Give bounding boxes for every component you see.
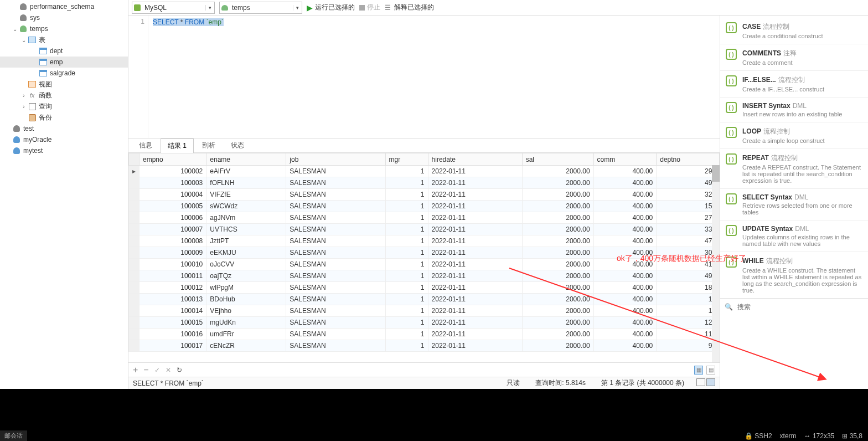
tree-item-视图[interactable]: 视图 [0,79,128,90]
cell[interactable]: 1 [385,282,428,294]
cell[interactable]: 2022-01-11 [428,201,522,212]
add-row-button[interactable]: + [133,365,138,375]
tab-info[interactable]: 信息 [132,138,159,152]
cell[interactable]: SALESMAN [286,177,385,189]
cell[interactable]: 2000.00 [522,259,593,270]
cell[interactable]: 100008 [140,235,206,247]
cell[interactable]: SALESMAN [286,224,385,235]
tree-item-salgrade[interactable]: salgrade [0,68,128,79]
cell[interactable]: 2000.00 [522,282,593,294]
cell[interactable]: 2022-01-11 [428,317,522,329]
cell[interactable]: 2000.00 [522,317,593,329]
cell[interactable]: 296 [657,166,720,177]
table-row[interactable]: 100014VEjhhoSALESMAN12022-01-112000.0040… [129,305,720,317]
cell[interactable]: 100002 [140,166,206,177]
cell[interactable]: 2022-01-11 [428,329,522,340]
cell[interactable]: SALESMAN [286,189,385,201]
cell[interactable]: 338 [657,224,720,235]
table-row[interactable]: 100016umdFRrSALESMAN12022-01-112000.0040… [129,329,720,340]
cell[interactable]: 19 [657,305,720,317]
cell[interactable]: fOFLNH [206,177,286,189]
cell[interactable]: SALESMAN [286,259,385,270]
cell[interactable]: 2000.00 [522,224,593,235]
col-job[interactable]: job [286,153,385,166]
snippet-UPDATE-Syntax[interactable]: ( )UPDATE SyntaxDMLUpdates columns of ex… [720,221,868,252]
cell[interactable]: 12 [657,294,720,305]
cell[interactable]: 2022-01-11 [428,340,522,352]
cell[interactable]: 100015 [140,317,206,329]
cell[interactable]: 100010 [140,259,206,270]
cell[interactable]: 2022-01-11 [428,224,522,235]
cell[interactable]: 1 [385,270,428,282]
cell[interactable]: cENcZR [206,340,286,352]
snippet-search-input[interactable] [735,302,864,312]
cell[interactable]: SALESMAN [286,201,385,212]
cell[interactable]: 100014 [140,305,206,317]
cell[interactable]: 400.00 [593,189,657,201]
table-row[interactable]: 100008JzttPTSALESMAN12022-01-112000.0040… [129,235,720,247]
tree-item-test[interactable]: test [0,123,128,134]
cell[interactable]: eEKMJU [206,247,286,259]
cell[interactable]: 100004 [140,189,206,201]
cell[interactable]: agJNVm [206,212,286,224]
cell[interactable]: 1 [385,224,428,235]
cell[interactable]: 1 [385,340,428,352]
col-ename[interactable]: ename [206,153,286,166]
table-row[interactable]: 100013BDoHubSALESMAN12022-01-112000.0040… [129,294,720,305]
cell[interactable]: 2022-01-11 [428,259,522,270]
cell[interactable]: SALESMAN [286,235,385,247]
cell[interactable]: UVTHCS [206,224,286,235]
cell[interactable]: 1 [385,189,428,201]
grid-scrollbar[interactable] [712,165,720,362]
cell[interactable]: 1 [385,212,428,224]
table-row[interactable]: 100017cENcZRSALESMAN12022-01-112000.0040… [129,340,720,352]
tree-item-emp[interactable]: emp [0,57,128,68]
cell[interactable]: 2022-01-11 [428,177,522,189]
cell[interactable]: wlPpgM [206,282,286,294]
cell[interactable]: JzttPT [206,235,286,247]
cell[interactable]: oJoCVV [206,259,286,270]
cell[interactable]: 2022-01-11 [428,282,522,294]
tree-item-dept[interactable]: dept [0,45,128,57]
table-row[interactable]: 100006agJNVmSALESMAN12022-01-112000.0040… [129,212,720,224]
cell[interactable]: 1 [385,235,428,247]
cell[interactable]: 100006 [140,212,206,224]
cell[interactable]: 1 [385,317,428,329]
grid-view-button[interactable]: ▦ [694,366,703,375]
cell[interactable]: 2000.00 [522,329,593,340]
cell[interactable]: 2022-01-11 [428,294,522,305]
cell[interactable]: 2022-01-11 [428,166,522,177]
cell[interactable]: 2000.00 [522,294,593,305]
cell[interactable]: 2000.00 [522,212,593,224]
cell[interactable]: 2022-01-11 [428,212,522,224]
cell[interactable]: 400.00 [593,212,657,224]
cell[interactable]: 400.00 [593,201,657,212]
cell[interactable]: 2000.00 [522,247,593,259]
cell[interactable]: 2022-01-11 [428,247,522,259]
cell[interactable]: SALESMAN [286,340,385,352]
snippet-INSERT-Syntax[interactable]: ( )INSERT SyntaxDMLInsert new rows into … [720,98,868,122]
cell[interactable]: 1 [385,259,428,270]
cell[interactable]: 2000.00 [522,340,593,352]
cell[interactable]: 1 [385,329,428,340]
tree-item-mytest[interactable]: mytest [0,145,128,156]
cell[interactable]: 274 [657,212,720,224]
cell[interactable]: 2022-01-11 [428,270,522,282]
cell[interactable]: 400.00 [593,294,657,305]
cell[interactable]: 400.00 [593,305,657,317]
cell[interactable]: 117 [657,329,720,340]
tree-item-查询[interactable]: ›查询 [0,101,128,112]
cell[interactable]: 400.00 [593,317,657,329]
tree-item-performance_schema[interactable]: performance_schema [0,1,128,12]
cell[interactable]: 100012 [140,282,206,294]
tab-result[interactable]: 结果 1 [161,139,194,153]
snippet-CASE[interactable]: ( )CASE流程控制Create a conditional construc… [720,18,868,44]
tree-toggle-icon[interactable]: › [20,93,28,99]
tab-status[interactable]: 状态 [224,138,251,152]
cell[interactable]: 400.00 [593,177,657,189]
col-mgr[interactable]: mgr [385,153,428,166]
cell[interactable]: 400.00 [593,270,657,282]
snippet-REPEAT[interactable]: ( )REPEAT流程控制Create A REPEAT construct. … [720,149,868,189]
cell[interactable]: 400.00 [593,224,657,235]
panel-toggle-left[interactable] [696,378,705,386]
